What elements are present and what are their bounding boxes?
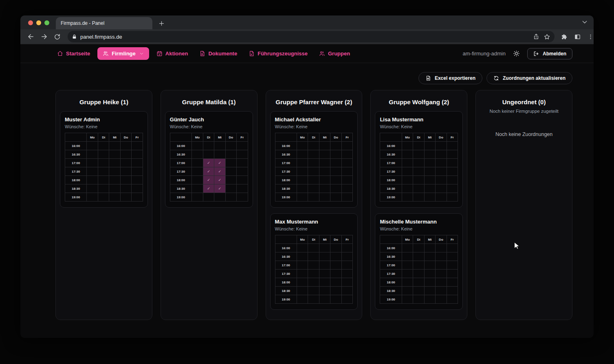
window-close-button[interactable]	[28, 20, 33, 25]
tab-search-chevron-icon[interactable]	[581, 19, 588, 25]
slot-cell	[192, 150, 203, 159]
slot-cell	[402, 159, 413, 167]
slot-cell	[341, 270, 353, 278]
slot-cell	[447, 278, 458, 287]
slot-cell	[225, 176, 236, 184]
day-header: Mo	[402, 133, 413, 142]
time-label: 16:30	[380, 252, 402, 261]
table-corner-cell	[380, 133, 402, 142]
reload-icon[interactable]	[51, 31, 63, 42]
member-name: Max Mustermann	[275, 219, 353, 225]
time-label: 18:00	[65, 176, 87, 184]
day-header: Di	[413, 133, 424, 142]
excel-export-button[interactable]: Excel exportieren	[418, 72, 482, 84]
table-row: 19:00	[380, 295, 458, 304]
slot-cell	[308, 159, 319, 167]
member-card-max-mustermann[interactable]: Max MustermannWünsche: KeineMoDiMiDoFr16…	[270, 213, 358, 310]
new-tab-plus-icon[interactable]	[156, 18, 167, 29]
table-row: 17:00	[275, 159, 353, 167]
slot-cell	[308, 295, 319, 304]
address-bar[interactable]: panel.firmpass.de	[68, 31, 555, 42]
member-card-mischelle-mustermann[interactable]: Mischelle MustermannWünsche: KeineMoDiMi…	[375, 213, 463, 310]
slot-cell	[402, 167, 413, 176]
time-label: 16:00	[380, 142, 402, 150]
table-row: 17:30	[275, 167, 353, 176]
sidebar-icon[interactable]	[572, 31, 583, 42]
slot-cell	[424, 159, 435, 167]
nav-item-führungszeugnisse[interactable]: Führungszeugnisse	[244, 47, 312, 60]
slot-cell	[424, 184, 435, 193]
table-row: 16:30	[380, 150, 458, 159]
kebab-menu-icon[interactable]	[585, 31, 594, 42]
slot-cell	[120, 193, 131, 202]
availability-table: MoDiMiDoFr16:0016:3017:0017:3018:0018:30…	[65, 133, 143, 202]
group-empty-text: Noch keine Zuordnungen	[480, 132, 568, 137]
forward-icon[interactable]	[38, 31, 50, 42]
member-card-lisa-mustermann[interactable]: Lisa MustermannWünsche: KeineMoDiMiDoFr1…	[375, 111, 463, 208]
refresh-assignments-button[interactable]: Zuordnungen aktualisieren	[486, 72, 572, 84]
slot-cell	[330, 244, 341, 252]
tab-title: Firmpass.de - Panel	[61, 20, 104, 26]
slot-cell	[120, 167, 131, 176]
slot-cell	[447, 193, 458, 202]
nav-item-label: Firmlinge	[112, 50, 136, 57]
slot-cell	[413, 295, 424, 304]
table-row: 18:30	[275, 184, 353, 193]
calendar-icon	[156, 50, 163, 57]
table-row: 16:00	[275, 244, 353, 252]
nav-item-startseite[interactable]: Startseite	[53, 47, 94, 60]
browser-tab[interactable]: Firmpass.de - Panel	[56, 17, 152, 29]
time-label: 17:30	[65, 167, 87, 176]
slot-cell	[297, 150, 308, 159]
group-title: Gruppe Pfarrer Wagner (2)	[270, 99, 358, 105]
back-icon[interactable]	[25, 31, 37, 42]
slot-cell	[109, 193, 120, 202]
logout-button[interactable]: Abmelden	[527, 48, 572, 59]
nav-item-gruppen[interactable]: Gruppen	[315, 47, 354, 60]
nav-item-dokumente[interactable]: Dokumente	[195, 47, 241, 60]
availability-table: MoDiMiDoFr16:0016:3017:0017:3018:0018:30…	[380, 133, 458, 202]
slot-cell-checked: ✓	[203, 159, 214, 167]
member-card-michael-ackstaller[interactable]: Michael AckstallerWünsche: KeineMoDiMiDo…	[270, 111, 358, 208]
table-row: 17:30	[65, 167, 143, 176]
nav-item-aktionen[interactable]: Aktionen	[152, 47, 192, 60]
window-zoom-button[interactable]	[44, 20, 49, 25]
sun-icon[interactable]	[513, 50, 520, 57]
nav-item-firmlinge[interactable]: Firmlinge	[97, 47, 149, 60]
group-title: Gruppe Wolfgang (2)	[375, 99, 463, 105]
table-row: 18:00✓✓	[170, 176, 248, 184]
group-title: Gruppe Heike (1)	[60, 99, 148, 105]
slot-cell	[402, 142, 413, 150]
star-icon[interactable]	[544, 33, 550, 40]
day-header: Fr	[132, 133, 143, 142]
table-row: 17:30	[380, 167, 458, 176]
time-label: 19:00	[170, 193, 191, 202]
slot-cell	[225, 142, 236, 150]
slot-cell	[319, 159, 330, 167]
slot-cell	[413, 252, 424, 261]
table-corner-cell	[275, 235, 297, 244]
slot-cell	[447, 142, 458, 150]
logged-in-username: am-firmung-admin	[463, 50, 506, 57]
day-header: Mo	[87, 133, 98, 142]
table-corner-cell	[65, 133, 87, 142]
slot-cell	[402, 270, 413, 278]
slot-cell	[308, 252, 319, 261]
slot-cell	[402, 244, 413, 252]
puzzle-icon[interactable]	[559, 31, 570, 42]
day-header: Mo	[192, 133, 203, 142]
table-corner-cell	[275, 133, 297, 142]
window-minimize-button[interactable]	[36, 20, 41, 25]
slot-cell	[424, 167, 435, 176]
member-card-günter-jauch[interactable]: Günter JauchWünsche: KeineMoDiMiDoFr16:0…	[165, 111, 253, 208]
slot-cell	[330, 252, 341, 261]
time-label: 18:00	[275, 278, 297, 287]
member-card-muster-admin[interactable]: Muster AdminWünsche: KeineMoDiMiDoFr16:0…	[60, 111, 148, 208]
share-icon[interactable]	[533, 33, 539, 40]
slot-cell	[424, 295, 435, 304]
nav-item-label: Führungszeugnisse	[257, 50, 308, 57]
browser-window: Firmpass.de - Panel	[20, 15, 594, 338]
time-label: 16:00	[170, 142, 191, 150]
slot-cell	[341, 295, 353, 304]
group-columns: Gruppe Heike (1)Muster AdminWünsche: Kei…	[55, 90, 572, 320]
